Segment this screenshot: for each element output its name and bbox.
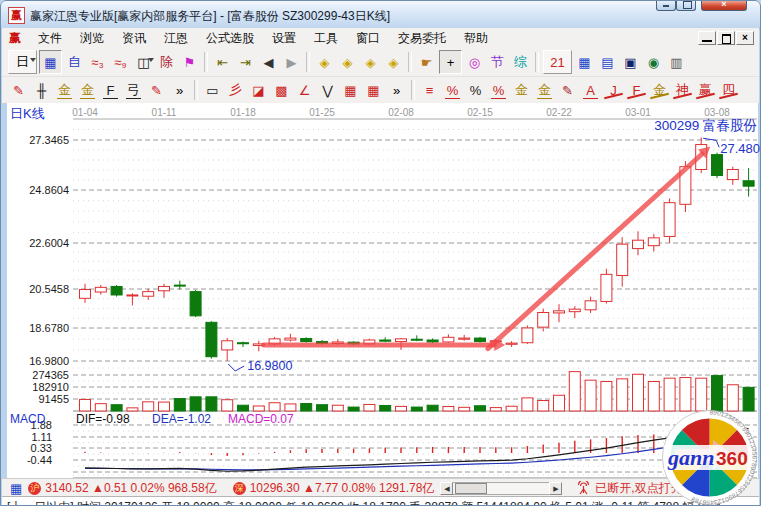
svg-text:MACD=0.07: MACD=0.07 <box>228 412 294 426</box>
menu-item-gann[interactable]: 江恩 <box>155 28 197 49</box>
grid-box-icon[interactable]: ▩ <box>271 79 292 101</box>
festival-marker-icon[interactable]: 节 <box>487 51 508 73</box>
menu-item-window[interactable]: 窗口 <box>347 28 389 49</box>
gann-diamond-right-icon[interactable]: ◈ <box>383 51 404 73</box>
svg-text:91455: 91455 <box>38 393 69 405</box>
wave-3-icon[interactable]: ≈₃ <box>87 51 108 73</box>
menu-item-file[interactable]: 文件 <box>29 28 71 49</box>
first-bar-icon[interactable]: ⇤ <box>212 51 233 73</box>
wave-percent-icon[interactable]: % <box>442 79 463 101</box>
f-angle-icon[interactable]: F <box>626 79 647 101</box>
gold-section-icon[interactable]: 金 <box>54 79 75 101</box>
draw-pen-2-icon[interactable]: ✎ <box>146 79 167 101</box>
svg-text:20.5458: 20.5458 <box>29 283 69 295</box>
svg-text:01-18: 01-18 <box>230 107 256 118</box>
magnifier-icon[interactable]: ◎ <box>464 51 485 73</box>
fan-lines-icon[interactable]: 彡 <box>225 79 246 101</box>
j-angle-icon[interactable]: J <box>603 79 624 101</box>
last-bar-icon[interactable]: ⇥ <box>235 51 256 73</box>
more-tools-2-chevron[interactable]: » <box>386 79 407 101</box>
menu-item-browse[interactable]: 浏览 <box>71 28 113 49</box>
mdi-restore-button[interactable] <box>717 31 735 45</box>
svg-text:-0.44: -0.44 <box>27 454 52 466</box>
percent-line-icon[interactable]: % <box>488 79 509 101</box>
menu-item-trade-entrust[interactable]: 交易委托 <box>389 28 455 49</box>
composite-index-icon[interactable]: 综 <box>510 51 531 73</box>
prev-bar-icon[interactable]: ◀ <box>258 51 279 73</box>
calendar-21-icon[interactable]: 21 <box>543 50 572 74</box>
price-pen-icon[interactable]: ✎ <box>557 79 578 101</box>
maximize-button[interactable] <box>676 0 696 11</box>
fibo-f-tool-icon[interactable]: F <box>100 79 121 101</box>
scroll-right-icon[interactable]: ▶ <box>549 482 562 495</box>
shanghai-index-quote: 3140.52 ▲0.51 0.02% 968.58亿 <box>45 480 216 497</box>
kline-chart[interactable]: 01-0401-1101-1801-2502-0802-1502-2203-01… <box>0 103 761 478</box>
scroll-left-icon[interactable]: ◀ <box>440 482 453 495</box>
red-grid-icon[interactable]: ▦ <box>340 79 361 101</box>
wave-valley-icon[interactable]: ⋁ <box>317 79 338 101</box>
fan-box-icon[interactable]: ◪ <box>248 79 269 101</box>
mdi-close-button[interactable]: × <box>736 31 754 45</box>
gold-circle-icon[interactable]: 金 <box>511 79 532 101</box>
a-grid-icon[interactable]: A <box>580 79 601 101</box>
more-tools-chevron[interactable]: » <box>169 79 190 101</box>
calculator-icon[interactable]: ▦ <box>574 51 595 73</box>
next-bar-icon[interactable]: ▶ <box>281 51 302 73</box>
menu-item-tools[interactable]: 工具 <box>305 28 347 49</box>
gann-bow-tool-icon[interactable]: 弓 <box>123 79 144 101</box>
f10-info-icon[interactable]: 自 <box>64 51 85 73</box>
svg-text:27.480: 27.480 <box>720 141 760 156</box>
svg-text:02-15: 02-15 <box>467 107 493 118</box>
gann-grid-tool-icon[interactable]: ╫ <box>31 79 52 101</box>
candle-style-icon[interactable]: ◫ <box>133 51 154 73</box>
ex-rights-icon[interactable]: 除 <box>156 51 177 73</box>
gold-section-2-icon[interactable]: 金 <box>77 79 98 101</box>
svg-text:01-25: 01-25 <box>309 107 335 118</box>
stats-bars-icon[interactable]: ≡ <box>419 79 440 101</box>
menu-item-formula-stock-pick[interactable]: 公式选股 <box>197 28 263 49</box>
window-title: 赢家江恩专业版[赢家内部服务平台] - [富春股份 SZ300299-43日K线… <box>30 8 390 25</box>
minimize-button[interactable] <box>656 0 676 11</box>
shen-angle-icon[interactable]: 神 <box>672 79 693 101</box>
connection-antenna-icon[interactable] <box>576 481 591 495</box>
crosshair-tool-icon[interactable]: + <box>439 50 462 74</box>
close-button[interactable]: × <box>701 0 747 11</box>
remote-pc-icon[interactable]: ▥ <box>666 51 687 73</box>
gann-diamond-compress-icon[interactable]: ◈ <box>314 51 335 73</box>
ying-angle-icon[interactable]: 赢 <box>695 79 716 101</box>
screen-layout-icon[interactable]: ▦ <box>39 50 62 74</box>
gold-line-icon[interactable]: 金 <box>534 79 555 101</box>
toolbar-separator <box>204 52 208 72</box>
percent-icon[interactable]: % <box>465 79 486 101</box>
gold-angle-icon[interactable]: 金 <box>649 79 670 101</box>
gann-diamond-expand-icon[interactable]: ◈ <box>337 51 358 73</box>
menu-item-help[interactable]: 帮助 <box>455 28 497 49</box>
connection-status[interactable]: 已断开,双点打开. <box>595 480 686 497</box>
red-grid-2-icon[interactable]: ▦ <box>363 79 384 101</box>
wave-9-icon[interactable]: ≈₉ <box>110 51 131 73</box>
ribbon-flag-icon[interactable]: ⚑ <box>179 51 200 73</box>
scrollbar-thumb[interactable] <box>455 483 487 494</box>
svg-text:02-08: 02-08 <box>388 107 414 118</box>
menu-item-settings[interactable]: 设置 <box>263 28 305 49</box>
web-export-icon[interactable]: ◉ <box>643 51 664 73</box>
shanghai-index-icon: 沪 <box>28 482 41 495</box>
menu-item-news[interactable]: 资讯 <box>113 28 155 49</box>
hand-tool-icon[interactable]: ☛ <box>416 51 437 73</box>
chart-scrollbar[interactable]: ◀ ▶ <box>440 482 562 495</box>
toolbar-separator <box>306 52 310 72</box>
scrollbar-track[interactable] <box>453 482 549 495</box>
period-daily-button[interactable]: 日 <box>8 50 37 74</box>
rect-tool-icon[interactable]: ▭ <box>202 79 223 101</box>
svg-text:日K线: 日K线 <box>10 106 45 121</box>
gann-diamond-left-icon[interactable]: ◈ <box>360 51 381 73</box>
angle-line-icon[interactable]: ∠ <box>294 79 315 101</box>
mdi-minimize-button[interactable] <box>698 31 716 45</box>
quote-table-icon[interactable]: ▦ <box>10 481 22 496</box>
si-angle-icon[interactable]: 四 <box>718 79 739 101</box>
draw-pen-icon[interactable]: ✎ <box>8 79 29 101</box>
menu-app-icon: 赢 <box>9 30 21 47</box>
notepad-icon[interactable]: ▤ <box>597 51 618 73</box>
toolbar-main: 日▦自≈₃≈₉◫除⚑⇤⇥◀▶◈◈◈◈☛+◎节综21▦▤▣◉▥ <box>2 48 759 77</box>
save-icon[interactable]: ▣ <box>620 51 641 73</box>
